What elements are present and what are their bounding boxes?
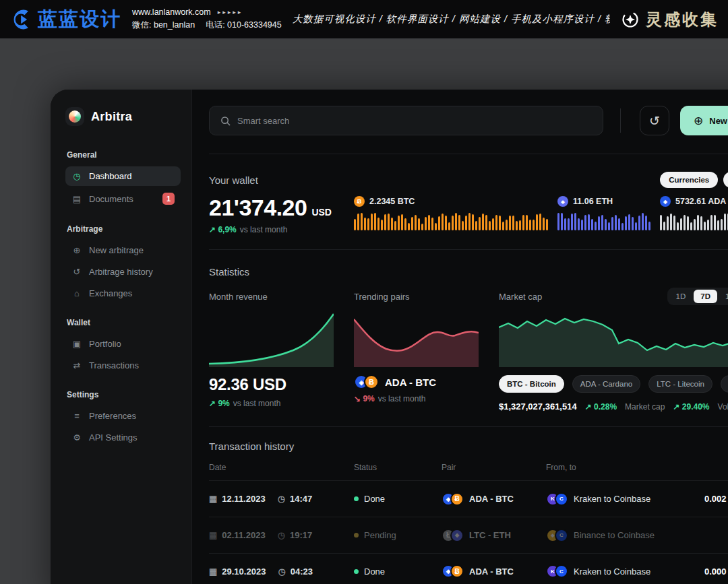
table-row[interactable]: 02.11.2023 19:17 Pending LTC - ETH Binan…	[209, 517, 728, 553]
briefcase-icon	[71, 339, 82, 349]
sidebar-item-exchanges[interactable]: Exchanges	[65, 284, 181, 303]
trending-pairs-chart	[354, 310, 479, 367]
search-box[interactable]	[209, 106, 603, 135]
topbar-divider	[620, 108, 621, 133]
plus-circle-icon: ⊕	[694, 114, 703, 128]
new-arbitrage-button[interactable]: ⊕ New arbitrage	[680, 106, 728, 135]
swap-icon	[71, 360, 82, 370]
market-cap-stats: $1,327,027,361,514 0.28% Market cap 29.4…	[499, 401, 728, 412]
transaction-history-title: Transaction history	[209, 441, 728, 452]
route-icons	[546, 492, 568, 506]
amount-text: 0.002	[704, 494, 728, 504]
range-1m-button[interactable]: 1M	[719, 290, 728, 303]
document-icon	[71, 194, 82, 204]
status-dot	[354, 533, 359, 538]
sidebar-section-general: General	[67, 150, 181, 160]
eth-icon	[450, 529, 464, 542]
btc-icon	[354, 196, 365, 207]
wallet-change-suffix: vs last month	[240, 225, 288, 234]
coin-chip-ada[interactable]: ADA - Cardano	[572, 375, 640, 393]
range-7d-button[interactable]: 7D	[694, 290, 717, 303]
eth-icon	[557, 196, 568, 207]
coin-chip-ltc[interactable]: LTC - Litecoin	[648, 375, 712, 393]
section-divider	[209, 154, 728, 154]
dashboard-window: Arbitra General Dashboard Documents 1 Ar…	[51, 90, 728, 584]
status-dot	[354, 496, 359, 501]
website-text: www.lanlanwork.com	[132, 7, 211, 17]
btc-icon	[450, 492, 464, 506]
market-cap-card: Market cap 1D 7D 1M BTC - Bitcoin ADA - …	[499, 288, 728, 412]
calendar-icon	[209, 530, 217, 540]
trending-pairs-card: Trending pairs ADA - BTC 9% vs last mont…	[354, 288, 479, 403]
status-text: Done	[364, 566, 385, 577]
key-icon	[71, 432, 82, 443]
gauge-icon	[71, 171, 82, 181]
section-divider	[209, 249, 728, 250]
coin-chip-eth[interactable]: ETH - Ethereum	[721, 375, 728, 393]
sidebar-item-new-arbitrage[interactable]: New arbitrage	[65, 240, 181, 260]
exchanges-chip[interactable]: Exchanges	[723, 172, 728, 188]
route-icons	[546, 529, 568, 542]
inspiration-collect-link[interactable]: 灵感收集	[621, 9, 719, 30]
clock-icon	[278, 494, 285, 504]
sidebar-item-arbitrage-history[interactable]: Arbitrage history	[65, 262, 181, 282]
search-input[interactable]	[237, 116, 592, 126]
trending-pairs-label: Trending pairs	[354, 288, 479, 304]
top-bar: ↺ ⊕ New arbitrage	[209, 106, 728, 135]
documents-badge: 1	[162, 193, 175, 205]
coin-chip-btc[interactable]: BTC - Bitcoin	[499, 375, 564, 393]
market-cap-change: 0.28%	[585, 402, 617, 412]
promo-banner: 蓝蓝设计 www.lanlanwork.com ▸▸▸▸▸ 微信: ben_la…	[0, 0, 728, 38]
market-cap-label: Market cap	[499, 288, 542, 304]
sidebar-item-api-settings[interactable]: API Settings	[65, 428, 181, 447]
header-from-to: From, to	[546, 463, 704, 472]
range-1d-button[interactable]: 1D	[669, 290, 693, 303]
month-revenue-chart	[209, 310, 334, 367]
wallet-currency: USD	[311, 207, 332, 219]
market-cap-chart	[499, 310, 728, 367]
plus-circle-icon	[71, 245, 82, 255]
table-row[interactable]: 12.11.2023 14:47 Done ADA - BTC Kraken t…	[209, 480, 728, 517]
pair-icons	[442, 492, 464, 506]
clock-icon	[278, 566, 285, 577]
section-divider	[209, 426, 728, 427]
trending-pair-name: ADA - BTC	[385, 377, 436, 388]
ada-waveform	[660, 213, 728, 230]
lanlan-logo: 蓝蓝设计	[9, 6, 121, 33]
header-pair: Pair	[442, 463, 546, 472]
main-content: ↺ ⊕ New arbitrage Your wallet Currencies…	[192, 90, 728, 584]
volume-change: 29.40%	[673, 402, 709, 412]
route-icons	[546, 564, 568, 578]
btc-icon	[364, 375, 379, 389]
currencies-chip[interactable]: Currencies	[660, 172, 718, 188]
sidebar-section-wallet: Wallet	[67, 318, 181, 327]
header-status: Status	[354, 463, 442, 472]
sidebar-item-dashboard[interactable]: Dashboard	[65, 166, 181, 186]
history-icon	[71, 267, 82, 277]
wallet-summary: 21'374.20 USD 6,9% vs last month 2.2345 …	[209, 196, 728, 234]
month-revenue-change: 9%	[209, 399, 230, 408]
history-button[interactable]: ↺	[640, 106, 669, 135]
asset-btc: 2.2345 BTC	[354, 196, 549, 234]
sidebar-item-preferences[interactable]: Preferences	[65, 406, 181, 426]
btc-icon	[450, 564, 464, 578]
statistics-cards: Month revenue 92.36 USD 9% vs last month…	[209, 288, 728, 412]
table-header: Date Status Pair From, to	[209, 463, 728, 480]
sidebar-item-documents[interactable]: Documents 1	[65, 188, 181, 209]
sliders-icon	[71, 411, 82, 421]
eth-waveform	[557, 213, 652, 230]
coinbase-icon	[555, 564, 568, 578]
sidebar: Arbitra General Dashboard Documents 1 Ar…	[51, 90, 192, 584]
status-dot	[354, 569, 359, 574]
sidebar-item-portfolio[interactable]: Portfolio	[65, 334, 181, 354]
lanlan-logo-icon	[9, 7, 34, 32]
sidebar-section-settings: Settings	[67, 390, 181, 399]
status-text: Pending	[364, 530, 396, 540]
status-text: Done	[364, 494, 385, 504]
statistics-title: Statistics	[209, 266, 728, 278]
pair-icons	[442, 564, 464, 578]
table-row[interactable]: 29.10.2023 04:23 Done ADA - BTC Kraken t…	[209, 553, 728, 584]
pair-icons	[442, 529, 464, 542]
asset-ada: 5732.61 ADA	[660, 196, 728, 234]
sidebar-item-transactions[interactable]: Transactions	[65, 356, 181, 375]
